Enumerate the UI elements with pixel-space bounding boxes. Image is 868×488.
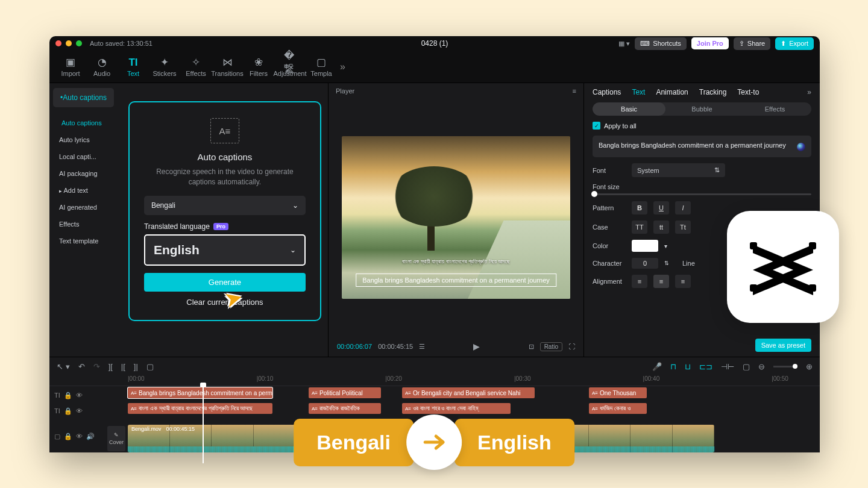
player-label: Player xyxy=(336,87,354,95)
timeline-ruler[interactable]: |00:00|00:10|00:20|00:30|00:40|00:50 xyxy=(49,375,820,386)
caption-clip[interactable]: A≡ বাংলা এক স্থায়ী যাত্রায় বাংলাদেশের … xyxy=(128,403,272,414)
filters-tab[interactable]: ❀Filters xyxy=(244,57,274,77)
arrow-icon xyxy=(406,414,462,470)
character-spacing[interactable]: 0 xyxy=(632,258,658,269)
sidebar-auto-lyrics[interactable]: Auto lyrics xyxy=(53,131,114,148)
text-panel-tab[interactable]: Text xyxy=(632,88,645,96)
case-label: Case xyxy=(593,224,626,231)
caption-english[interactable]: Bangla brings Bangladesh commitment on a… xyxy=(356,274,557,287)
svg-rect-0 xyxy=(750,242,757,249)
toolbar-more-icon[interactable]: » xyxy=(340,61,345,72)
total-time: 00:00:45:15 xyxy=(378,343,413,350)
character-label: Character xyxy=(593,260,626,267)
font-size-label: Font size xyxy=(593,183,626,190)
caption-clip[interactable]: A≡ ধর্মজিদ কেনার ও xyxy=(589,403,647,414)
save-preset-button[interactable]: Save as preset xyxy=(755,339,811,352)
trim-right[interactable]: ]| xyxy=(134,362,138,371)
svg-rect-3 xyxy=(809,284,816,292)
sidebar-ai-packaging[interactable]: AI packaging xyxy=(53,165,114,182)
text-tab[interactable]: TIText xyxy=(118,57,148,77)
share-button[interactable]: ⇪ Share xyxy=(734,37,770,50)
font-label: Font xyxy=(593,167,626,174)
crop-icon[interactable]: ⊡ xyxy=(529,343,534,351)
magnet-icon[interactable]: ⊓ xyxy=(670,362,676,371)
templates-tab[interactable]: ▢Templa xyxy=(306,57,336,77)
sidebar-auto-captions[interactable]: Auto captions xyxy=(53,114,114,131)
lowercase-button[interactable]: tt xyxy=(653,221,669,234)
font-select[interactable]: System⇅ xyxy=(632,163,725,177)
caption-clip[interactable]: A≡ Or Bengali city and Bengali service N… xyxy=(402,387,535,398)
align-right[interactable]: ≡ xyxy=(675,275,691,288)
caption-clip[interactable]: A≡ Political Political xyxy=(309,387,381,398)
caption-text-input[interactable]: Bangla brings Bangladesh commitment on a… xyxy=(593,136,811,157)
audio-tab[interactable]: ◔Audio xyxy=(87,57,117,77)
bold-button[interactable]: B xyxy=(632,201,647,214)
ratio-button[interactable]: Ratio xyxy=(540,342,562,351)
tracking-panel-tab[interactable]: Tracking xyxy=(699,88,727,96)
titlecase-button[interactable]: Tt xyxy=(675,221,691,234)
color-label: Color xyxy=(593,242,626,249)
autosave-status: Auto saved: 13:30:51 xyxy=(90,40,153,47)
source-language-select[interactable]: Bengali⌄ xyxy=(144,196,306,215)
text-to-panel-tab[interactable]: Text-to xyxy=(737,88,759,96)
preview-icon[interactable]: ▢ xyxy=(743,362,750,371)
caption-clip[interactable]: A≡ রাজনৈতিক রাজনৈতিক xyxy=(309,403,381,414)
mic-icon[interactable]: 🎤 xyxy=(652,362,662,371)
banner-from: Bengali xyxy=(294,419,414,466)
caption-clip[interactable]: A≡ ওর বাংলা শহর ও বাংলা সেবা নাহিম্ xyxy=(402,403,511,414)
trim-left[interactable]: |[ xyxy=(121,362,125,371)
play-button[interactable]: ▶ xyxy=(473,342,480,351)
effects-tab[interactable]: ✧Effects xyxy=(181,57,211,77)
cover-button[interactable]: ✎Cover xyxy=(107,426,125,451)
captions-panel-tab[interactable]: Captions xyxy=(593,88,621,96)
sidebar-add-text[interactable]: Add text xyxy=(53,182,114,199)
import-tab[interactable]: ▣Import xyxy=(55,57,86,77)
translated-language-select[interactable]: English⌄ xyxy=(144,234,306,266)
delete-tool[interactable]: ▢ xyxy=(146,362,154,371)
join-pro-button[interactable]: Join Pro xyxy=(691,37,729,49)
caption-clip[interactable]: A≡ Bangla brings Bangladesh commitment o… xyxy=(128,387,272,398)
style-segment[interactable]: BasicBubbleEffects xyxy=(593,102,811,116)
caption-clip[interactable]: A≡ One Thousan xyxy=(589,387,647,398)
undo-button[interactable]: ↶ xyxy=(78,362,85,371)
sidebar-local-captions[interactable]: Local capti... xyxy=(53,148,114,165)
export-button[interactable]: ⬆ Export xyxy=(775,37,814,50)
redo-button[interactable]: ↷ xyxy=(93,362,100,371)
window-controls[interactable] xyxy=(55,40,82,46)
zoom-fit[interactable]: ⊕ xyxy=(806,362,813,371)
layout-icon[interactable]: ▦ ▾ xyxy=(618,40,630,48)
italic-button[interactable]: I xyxy=(675,201,691,214)
zoom-out[interactable]: ⊖ xyxy=(758,362,765,371)
align-left[interactable]: ≡ xyxy=(632,275,647,288)
link-icon[interactable]: ⊏⊐ xyxy=(699,362,712,371)
transitions-tab[interactable]: ⋈Transitions xyxy=(212,57,242,77)
animation-panel-tab[interactable]: Animation xyxy=(656,88,688,96)
sidebar-ai-generated[interactable]: AI generated xyxy=(53,199,114,216)
apply-all-checkbox[interactable]: ✓Apply to all xyxy=(593,122,811,130)
video-preview[interactable]: বাংলা এক স্থায়ী যাত্রায় বাংলাদেশের প্র… xyxy=(342,136,570,299)
pointer-tool[interactable]: ↖ ▾ xyxy=(57,362,70,371)
align-center[interactable]: ≡ xyxy=(653,275,669,288)
sidebar-text-template[interactable]: Text template xyxy=(53,233,114,249)
snap-icon[interactable]: ⊔ xyxy=(685,362,691,371)
ai-orb-icon[interactable] xyxy=(797,143,805,151)
underline-button[interactable]: U xyxy=(653,201,669,214)
fullscreen-icon[interactable]: ⛶ xyxy=(568,343,575,350)
font-size-slider[interactable] xyxy=(593,193,811,195)
pattern-label: Pattern xyxy=(593,204,626,211)
player-menu-icon[interactable]: ≡ xyxy=(573,87,576,95)
tabs-more-icon[interactable]: » xyxy=(807,88,811,96)
shortcuts-button[interactable]: ⌨ Shortcuts xyxy=(635,37,686,50)
stickers-tab[interactable]: ✦Stickers xyxy=(149,57,180,77)
split-tool[interactable]: ][ xyxy=(108,362,113,371)
align-icon[interactable]: ⊣⊢ xyxy=(721,362,734,371)
card-title: Auto captions xyxy=(197,152,252,162)
sidebar-effects[interactable]: Effects xyxy=(53,216,114,233)
uppercase-button[interactable]: TT xyxy=(632,221,647,234)
sidebar-auto-captions-group[interactable]: • Auto captions xyxy=(53,88,114,107)
list-icon[interactable]: ☰ xyxy=(419,343,425,351)
adjustment-tab[interactable]: �繋Adjustment xyxy=(275,57,305,77)
playhead[interactable] xyxy=(203,385,204,463)
color-swatch[interactable] xyxy=(632,240,658,252)
card-description: Recognize speech in the video to generat… xyxy=(144,167,306,187)
